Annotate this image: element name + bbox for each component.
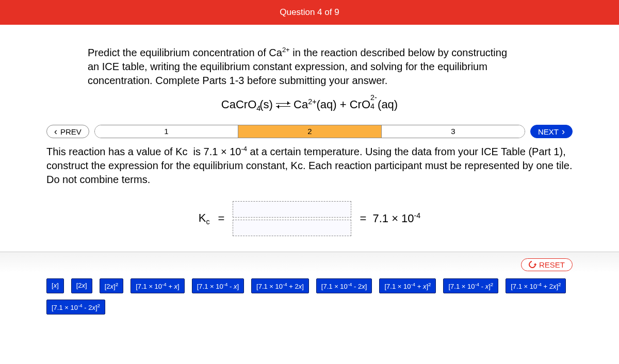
tile-2x-sq[interactable]: [2x]2 [100, 278, 123, 293]
kc-expression: Kc = = 7.1 × 10-4 [46, 201, 573, 236]
tile-plus-x[interactable]: [7.1 × 10-4 + x] [131, 278, 185, 293]
next-button[interactable]: NEXT › [530, 125, 573, 138]
reaction-equation: CaCrO4(s) Ca2+(aq) + CrO2-4(aq) [46, 97, 573, 112]
prev-button[interactable]: ‹ PREV [46, 125, 89, 138]
step-tab-1[interactable]: 1 [95, 125, 238, 138]
tile-minus-2x-sq[interactable]: [7.1 × 10-4 - 2x]2 [46, 300, 105, 315]
next-label: NEXT [538, 127, 559, 136]
question-counter: Question 4 of 9 [280, 7, 339, 17]
chevron-left-icon: ‹ [54, 127, 57, 136]
question-prompt: Predict the equilibrium concentration of… [88, 45, 521, 88]
reset-label: RESET [539, 260, 565, 269]
tile-bank: RESET [x] [2x] [2x]2 [7.1 × 10-4 + x] [7… [0, 252, 619, 315]
tile-x[interactable]: [x] [46, 278, 64, 293]
step-tab-3[interactable]: 3 [382, 125, 525, 138]
step-tabs: 1 2 3 [94, 125, 525, 138]
tiles-container: [x] [2x] [2x]2 [7.1 × 10-4 + x] [7.1 × 1… [46, 278, 573, 315]
step-tab-2[interactable]: 2 [238, 125, 382, 138]
tile-plus-2x[interactable]: [7.1 × 10-4 + 2x] [251, 278, 309, 293]
chevron-right-icon: › [562, 127, 565, 136]
step-nav: ‹ PREV 1 2 3 NEXT › [46, 125, 573, 138]
denominator-slot[interactable] [233, 220, 351, 236]
tile-minus-2x[interactable]: [7.1 × 10-4 - 2x] [316, 278, 372, 293]
tile-2x[interactable]: [2x] [71, 278, 92, 293]
equals-sign: = [218, 212, 225, 225]
content-area: Predict the equilibrium concentration of… [0, 25, 619, 315]
step-instructions: This reaction has a value of Kc is 7.1 ×… [46, 144, 573, 187]
prev-label: PREV [60, 127, 82, 136]
tile-plus-x-sq[interactable]: [7.1 × 10-4 + x]2 [379, 278, 436, 293]
question-header: Question 4 of 9 [0, 0, 619, 25]
fraction-dropzone [233, 201, 351, 236]
tile-plus-2x-sq[interactable]: [7.1 × 10-4 + 2x]2 [506, 278, 566, 293]
tile-minus-x[interactable]: [7.1 × 10-4 - x] [192, 278, 244, 293]
kc-value: = 7.1 × 10-4 [360, 211, 420, 225]
reset-button[interactable]: RESET [521, 258, 573, 271]
numerator-slot[interactable] [233, 201, 351, 218]
reset-icon [527, 259, 537, 269]
kc-symbol: Kc [199, 211, 210, 226]
tile-minus-x-sq[interactable]: [7.1 × 10-4 - x]2 [443, 278, 498, 293]
